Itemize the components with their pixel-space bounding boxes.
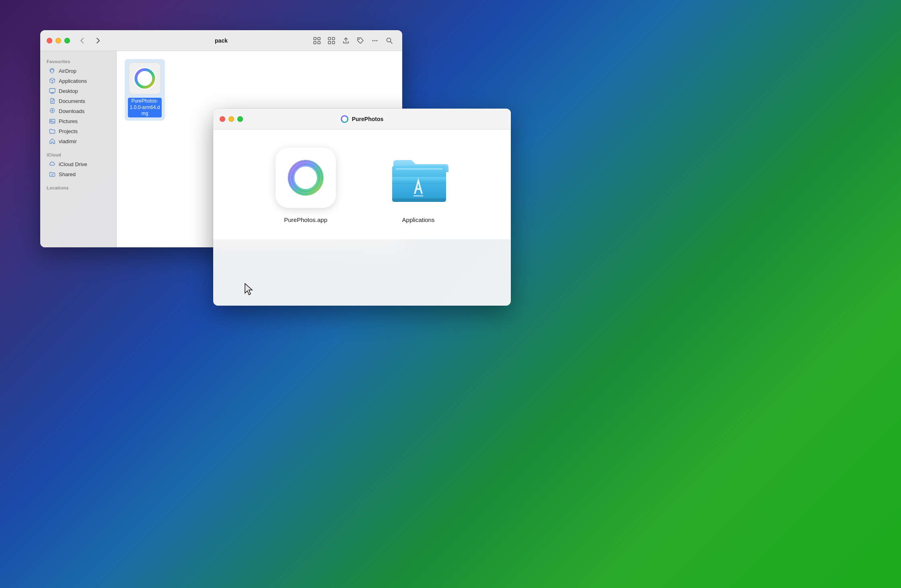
list-view-button[interactable] (325, 35, 338, 46)
sidebar-item-icloud-drive[interactable]: iCloud Drive (43, 159, 114, 169)
cloud-icon (49, 161, 56, 167)
purephotos-traffic-lights (220, 116, 243, 122)
svg-rect-36 (392, 199, 446, 202)
svg-point-26 (295, 167, 316, 188)
sidebar-item-airdrop[interactable]: AirDrop (43, 66, 114, 76)
file-item-purephotos-dmg[interactable]: PurePhotos-1.0.0-arm64.dmg (125, 59, 165, 121)
close-button[interactable] (47, 38, 52, 43)
back-button[interactable] (76, 35, 88, 46)
tag-button[interactable] (354, 35, 367, 46)
sidebar-item-shared-label: Shared (59, 171, 76, 177)
sidebar-item-projects-label: Projects (59, 128, 78, 134)
purephotos-window-title: PurePhotos (352, 116, 384, 122)
sidebar-item-airdrop-label: AirDrop (59, 68, 76, 74)
purephotos-app-item[interactable]: PurePhotos.app (274, 146, 338, 223)
grid-view-button[interactable] (311, 35, 323, 46)
sidebar-item-applications[interactable]: Applications (43, 76, 114, 86)
svg-rect-0 (314, 37, 316, 40)
file-label-purephotos-dmg: PurePhotos-1.0.0-arm64.dmg (128, 98, 162, 117)
purephotos-close-button[interactable] (220, 116, 225, 122)
sidebar-item-vladimir-label: vladimir (59, 138, 77, 144)
home-icon (49, 138, 56, 144)
forward-button[interactable] (93, 35, 104, 46)
applications-folder-item[interactable]: Applications (386, 146, 450, 223)
sidebar-item-downloads[interactable]: Downloads (43, 106, 114, 116)
svg-point-21 (343, 117, 346, 120)
svg-point-8 (358, 39, 360, 40)
sidebar-item-shared[interactable]: Shared (43, 169, 114, 179)
applications-icon (49, 78, 56, 84)
favourites-section-label: Favourites (40, 56, 116, 66)
purephotos-app-label: PurePhotos.app (284, 216, 327, 223)
locations-section-label: Locations (40, 182, 116, 192)
svg-rect-3 (318, 41, 320, 44)
applications-folder-label: Applications (402, 216, 435, 223)
purephotos-window-title-container: PurePhotos (341, 115, 384, 123)
svg-rect-1 (318, 37, 320, 40)
sidebar-item-applications-label: Applications (59, 78, 87, 84)
toolbar-controls: pack (70, 35, 396, 46)
pictures-icon (49, 118, 56, 124)
svg-rect-14 (49, 88, 55, 93)
svg-point-11 (376, 40, 378, 41)
icloud-section-label: iCloud (40, 149, 116, 159)
folder-icon (49, 128, 56, 134)
purephotos-app-icon (274, 146, 338, 210)
svg-rect-4 (328, 37, 331, 40)
window-title: pack (215, 37, 228, 44)
view-controls (311, 35, 396, 46)
applications-folder-icon (386, 146, 450, 210)
more-button[interactable] (368, 35, 381, 46)
documents-icon (49, 98, 56, 104)
svg-marker-38 (245, 284, 252, 295)
sidebar-item-documents[interactable]: Documents (43, 96, 114, 106)
file-icon-purephotos (129, 62, 161, 95)
minimize-button[interactable] (56, 38, 61, 43)
downloads-icon (49, 108, 56, 114)
svg-point-9 (372, 40, 374, 41)
dmg-content: PurePhotos.app (213, 130, 511, 239)
search-button[interactable] (383, 35, 396, 46)
svg-rect-16 (50, 119, 55, 123)
sidebar-item-desktop[interactable]: Desktop (43, 86, 114, 96)
purephotos-title-icon (341, 115, 349, 123)
sidebar: Favourites AirDrop (40, 51, 117, 247)
shared-icon (49, 171, 56, 177)
sidebar-item-projects[interactable]: Projects (43, 126, 114, 136)
traffic-lights (47, 38, 70, 43)
sidebar-item-documents-label: Documents (59, 98, 85, 104)
toolbar: pack (40, 30, 402, 51)
svg-rect-6 (328, 41, 331, 44)
svg-rect-33 (395, 168, 443, 170)
svg-rect-7 (332, 41, 335, 44)
finder-window-purephotos: PurePhotos (213, 109, 511, 306)
sidebar-item-pictures-label: Pictures (59, 118, 78, 124)
svg-point-13 (52, 73, 53, 74)
purephotos-title-bar: PurePhotos (213, 109, 511, 130)
purephotos-maximize-button[interactable] (237, 116, 243, 122)
sidebar-item-vladimir[interactable]: vladimir (43, 136, 114, 146)
desktop-icon (49, 88, 56, 94)
sidebar-item-desktop-label: Desktop (59, 88, 78, 94)
purephotos-minimize-button[interactable] (228, 116, 234, 122)
share-button[interactable] (339, 35, 352, 46)
svg-marker-37 (245, 284, 252, 295)
svg-rect-5 (332, 37, 335, 40)
airdrop-icon (49, 68, 56, 74)
svg-point-19 (141, 74, 149, 82)
cursor-arrow (243, 283, 255, 296)
svg-rect-2 (314, 41, 316, 44)
svg-point-10 (374, 40, 376, 41)
sidebar-item-pictures[interactable]: Pictures (43, 116, 114, 126)
maximize-button[interactable] (64, 38, 70, 43)
sidebar-item-icloud-drive-label: iCloud Drive (59, 161, 87, 167)
sidebar-item-downloads-label: Downloads (59, 108, 84, 114)
